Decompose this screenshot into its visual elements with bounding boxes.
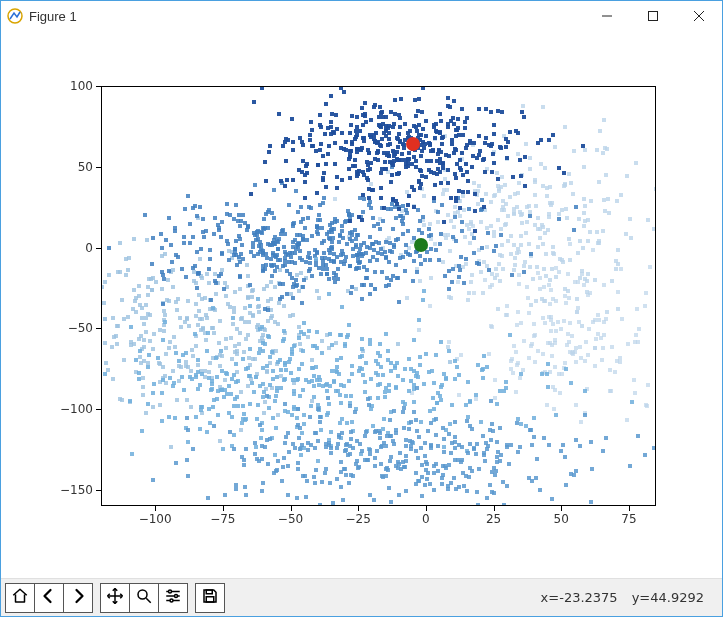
- zoom-icon: [135, 587, 153, 609]
- sliders-icon: [164, 587, 182, 609]
- back-button[interactable]: [34, 583, 64, 613]
- cursor-y-readout: y=44.9292: [632, 590, 704, 605]
- svg-point-5: [138, 590, 147, 599]
- svg-rect-2: [649, 12, 658, 21]
- close-button[interactable]: [676, 1, 722, 31]
- xtick-label: −75: [210, 512, 235, 526]
- arrow-left-icon: [40, 587, 58, 609]
- xtick-label: 0: [422, 512, 430, 526]
- xtick-label: −50: [278, 512, 303, 526]
- ytick-label: −150: [43, 483, 93, 497]
- svg-point-0: [8, 9, 22, 23]
- svg-line-6: [146, 598, 151, 603]
- figure-canvas[interactable]: −150−100−50050100−100−75−50−250255075: [1, 31, 722, 578]
- move-icon: [106, 587, 124, 609]
- scatter-points: [102, 87, 655, 505]
- window-title: Figure 1: [29, 9, 77, 24]
- zoom-button[interactable]: [129, 583, 159, 613]
- home-button[interactable]: [5, 583, 35, 613]
- xtick-label: 50: [554, 512, 569, 526]
- xtick-label: −25: [346, 512, 371, 526]
- ytick-label: 0: [43, 241, 93, 255]
- xtick-label: −100: [139, 512, 172, 526]
- svg-point-11: [175, 594, 178, 597]
- svg-rect-13: [206, 590, 212, 594]
- svg-point-12: [170, 599, 173, 602]
- save-icon: [201, 587, 219, 609]
- ytick-label: 100: [43, 79, 93, 93]
- xtick-label: 25: [486, 512, 501, 526]
- toolbar: x=-23.2375 y=44.9292: [1, 578, 722, 616]
- cursor-x-readout: x=-23.2375: [541, 590, 618, 605]
- axes: [101, 86, 656, 506]
- pan-button[interactable]: [100, 583, 130, 613]
- home-icon: [11, 587, 29, 609]
- save-button[interactable]: [195, 583, 225, 613]
- app-icon: [7, 8, 23, 24]
- titlebar: Figure 1: [1, 1, 722, 31]
- ytick-label: −100: [43, 402, 93, 416]
- ytick-label: 50: [43, 160, 93, 174]
- svg-point-10: [169, 590, 172, 593]
- xtick-label: 75: [621, 512, 636, 526]
- red-marker: [406, 137, 420, 151]
- maximize-button[interactable]: [630, 1, 676, 31]
- arrow-right-icon: [69, 587, 87, 609]
- configure-button[interactable]: [158, 583, 188, 613]
- svg-rect-14: [206, 596, 214, 601]
- minimize-button[interactable]: [584, 1, 630, 31]
- ytick-label: −50: [43, 321, 93, 335]
- figure-window: Figure 1 −150−100−50050100−100−75−50−250…: [0, 0, 723, 617]
- forward-button[interactable]: [63, 583, 93, 613]
